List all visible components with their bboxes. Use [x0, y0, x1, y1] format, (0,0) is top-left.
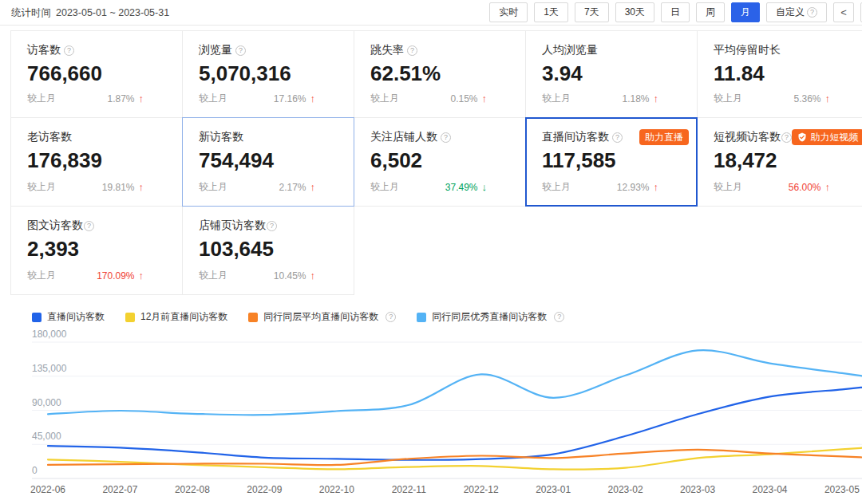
- btn-1day[interactable]: 1天: [534, 2, 568, 22]
- card-title: 关注店铺人数: [370, 130, 437, 144]
- btn-7days[interactable]: 7天: [575, 2, 609, 22]
- compare-label: 较上月: [370, 180, 399, 194]
- boost-video-badge[interactable]: 助力短视频: [792, 129, 862, 145]
- y-axis-tick: 0: [32, 465, 38, 476]
- help-icon[interactable]: ?: [612, 132, 623, 143]
- card-article-visitors[interactable]: 图文访客数? 2,393 较上月 170.09%↑: [10, 206, 183, 295]
- compare-label: 较上月: [542, 180, 571, 194]
- card-avg-pageviews[interactable]: 人均浏览量 3.94 较上月 1.18%↑: [525, 30, 698, 118]
- pct-value: 5.36%: [793, 93, 820, 104]
- trend-line-chart[interactable]: 045,00090,000135,000180,0002022-062022-0…: [0, 319, 862, 504]
- btn-custom-label: 自定义: [776, 3, 805, 22]
- pct-value: 19.81%: [102, 182, 135, 193]
- card-shop-page-visitors[interactable]: 店铺页访客数? 103,645 较上月 10.45%↑: [182, 206, 354, 295]
- btn-week[interactable]: 周: [696, 2, 725, 22]
- card-video-visitors[interactable]: 短视频访客数? 助力短视频 > 18,472 较上月 56.00%↑: [697, 117, 862, 207]
- pct-value: 0.15%: [450, 93, 477, 104]
- card-title: 直播间访客数: [542, 130, 609, 144]
- pct-value: 1.18%: [622, 93, 649, 104]
- x-axis-tick: 2023-03: [680, 484, 715, 495]
- card-visitors[interactable]: 访客数? 766,660 较上月 1.87%↑: [10, 30, 183, 118]
- pct-value: 2.17%: [279, 182, 306, 193]
- card-follow-count[interactable]: 关注店铺人数? 6,502 较上月 37.49%↓: [354, 117, 526, 207]
- card-bounce-rate[interactable]: 跳失率? 62.51% 较上月 0.15%↑: [354, 30, 526, 118]
- time-granularity-buttons: 实时 1天 7天 30天 日 周 月 自定义 ? < >: [489, 2, 862, 22]
- x-axis-tick: 2022-09: [247, 484, 282, 495]
- help-icon: ?: [807, 7, 817, 18]
- pct-value: 56.00%: [789, 182, 821, 193]
- card-new-visitors[interactable]: 新访客数 754,494 较上月 2.17%↑: [182, 117, 354, 207]
- card-pageviews[interactable]: 浏览量? 5,070,316 较上月 17.16%↑: [182, 30, 354, 118]
- compare-label: 较上月: [714, 180, 742, 194]
- arrow-up-icon: ↑: [482, 93, 488, 104]
- card-value: 754,494: [199, 148, 338, 173]
- pct-value: 17.16%: [274, 93, 306, 104]
- x-axis-tick: 2023-02: [608, 484, 643, 495]
- card-value: 5,070,316: [199, 61, 338, 86]
- help-icon[interactable]: ?: [84, 221, 94, 231]
- arrow-up-icon: ↑: [825, 93, 831, 104]
- shield-check-icon: [797, 132, 807, 142]
- x-axis-tick: 2023-04: [752, 484, 787, 495]
- chart-line-0: [48, 388, 862, 460]
- x-axis-tick: 2022-11: [392, 484, 426, 495]
- card-title: 人均浏览量: [542, 43, 598, 57]
- boost-video-badge-label: 助力短视频: [810, 131, 858, 144]
- help-icon[interactable]: ?: [64, 45, 74, 56]
- arrow-up-icon: ↑: [310, 181, 316, 193]
- arrow-up-icon: ↑: [825, 181, 831, 193]
- card-value: 117,585: [542, 148, 681, 173]
- card-avg-stay-duration[interactable]: 平均停留时长 11.84 较上月 5.36%↑: [697, 30, 862, 118]
- chart-line-3: [48, 350, 862, 415]
- y-axis-tick: 135,000: [32, 363, 67, 374]
- y-axis-tick: 45,000: [32, 431, 61, 442]
- prev-period-button[interactable]: <: [833, 2, 854, 22]
- btn-month[interactable]: 月: [731, 2, 760, 22]
- pct-value: 10.45%: [274, 270, 306, 282]
- boost-live-badge[interactable]: 助力直播: [639, 129, 689, 145]
- chart-line-2: [48, 450, 862, 465]
- btn-30days[interactable]: 30天: [615, 2, 654, 22]
- btn-day[interactable]: 日: [661, 2, 690, 22]
- card-title: 访客数: [27, 43, 61, 57]
- card-title: 短视频访客数: [714, 130, 781, 144]
- card-value: 11.84: [714, 61, 852, 86]
- help-icon[interactable]: ?: [781, 132, 792, 143]
- arrow-down-icon: ↓: [482, 181, 488, 193]
- pct-value: 37.49%: [445, 182, 478, 193]
- btn-realtime[interactable]: 实时: [489, 2, 528, 22]
- card-value: 18,472: [714, 148, 852, 173]
- chevron-left-icon: <: [840, 3, 847, 22]
- help-icon[interactable]: ?: [235, 45, 246, 56]
- arrow-up-icon: ↑: [654, 93, 659, 104]
- card-title: 浏览量: [199, 43, 232, 57]
- x-axis-tick: 2022-08: [175, 484, 210, 495]
- card-value: 103,645: [199, 237, 338, 262]
- arrow-up-icon: ↑: [139, 93, 144, 104]
- date-range: 2023-05-01 ~ 2023-05-31: [56, 7, 169, 18]
- compare-label: 较上月: [199, 269, 227, 282]
- x-axis-tick: 2023-05: [824, 484, 860, 495]
- card-old-visitors[interactable]: 老访客数 176,839 较上月 19.81%↑: [10, 117, 183, 207]
- btn-custom[interactable]: 自定义 ?: [766, 2, 827, 22]
- pct-value: 1.87%: [107, 93, 134, 104]
- pct-value: 12.93%: [617, 182, 650, 193]
- x-axis-tick: 2023-01: [536, 484, 571, 495]
- card-value: 176,839: [27, 148, 166, 173]
- chart-canvas[interactable]: 045,00090,000135,000180,0002022-062022-0…: [0, 319, 862, 504]
- compare-label: 较上月: [370, 92, 399, 105]
- card-value: 766,660: [27, 61, 166, 86]
- compare-label: 较上月: [714, 92, 742, 105]
- arrow-up-icon: ↑: [139, 181, 144, 193]
- y-axis-tick: 180,000: [32, 329, 67, 340]
- x-axis-tick: 2022-07: [102, 484, 137, 495]
- y-axis-tick: 90,000: [32, 397, 61, 408]
- card-title: 老访客数: [27, 130, 72, 144]
- help-icon[interactable]: ?: [267, 221, 277, 231]
- compare-label: 较上月: [199, 92, 227, 105]
- stat-time-label: 统计时间: [11, 7, 51, 18]
- compare-label: 较上月: [27, 269, 56, 282]
- help-icon[interactable]: ?: [407, 45, 417, 56]
- help-icon[interactable]: ?: [441, 132, 451, 143]
- card-live-visitors[interactable]: 直播间访客数? 助力直播 117,585 较上月 12.93%↑: [525, 117, 698, 207]
